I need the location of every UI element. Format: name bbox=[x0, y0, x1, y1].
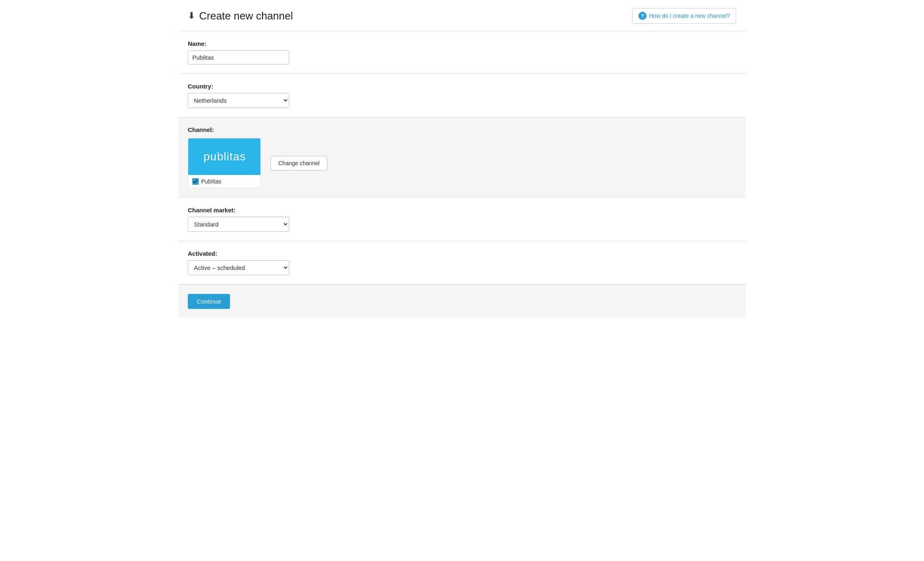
country-label: Country: bbox=[188, 83, 736, 90]
channel-checkbox[interactable] bbox=[192, 178, 199, 185]
channel-name-row: Publitas bbox=[188, 175, 260, 188]
channel-market-label: Channel market: bbox=[188, 207, 736, 214]
activated-label: Activated: bbox=[188, 250, 736, 257]
country-section: Country: Netherlands Belgium Germany Fra… bbox=[178, 74, 746, 117]
page-container: ⬇ Create new channel ? How do I create a… bbox=[178, 0, 746, 318]
page-header: ⬇ Create new channel ? How do I create a… bbox=[178, 0, 746, 31]
continue-button[interactable]: Continue bbox=[188, 294, 230, 309]
channel-card: publitas Publitas bbox=[188, 138, 261, 188]
page-title: Create new channel bbox=[199, 10, 293, 22]
channel-section: Channel: publitas Publitas Change channe… bbox=[178, 117, 746, 198]
channel-market-select[interactable]: Standard Premium Enterprise bbox=[188, 217, 289, 232]
form-footer: Continue bbox=[178, 285, 746, 318]
country-select[interactable]: Netherlands Belgium Germany France Unite… bbox=[188, 93, 289, 108]
download-icon: ⬇ bbox=[188, 11, 195, 21]
channel-content: publitas Publitas Change channel bbox=[188, 138, 736, 188]
help-link-button[interactable]: ? How do I create a new channel? bbox=[632, 8, 736, 24]
name-label: Name: bbox=[188, 40, 736, 47]
name-input[interactable] bbox=[188, 50, 289, 65]
name-section: Name: bbox=[178, 31, 746, 74]
channel-logo: publitas bbox=[188, 138, 261, 175]
help-icon: ? bbox=[638, 12, 647, 20]
change-channel-button[interactable]: Change channel bbox=[271, 156, 327, 170]
activated-section: Activated: Active – scheduled Active Ina… bbox=[178, 241, 746, 285]
help-link-text: How do I create a new channel? bbox=[649, 13, 730, 19]
activated-select[interactable]: Active – scheduled Active Inactive bbox=[188, 260, 289, 275]
page-title-area: ⬇ Create new channel bbox=[188, 10, 293, 22]
channel-market-section: Channel market: Standard Premium Enterpr… bbox=[178, 198, 746, 241]
channel-label: Channel: bbox=[188, 126, 736, 133]
channel-name-text: Publitas bbox=[201, 178, 221, 185]
channel-logo-text: publitas bbox=[204, 150, 246, 163]
